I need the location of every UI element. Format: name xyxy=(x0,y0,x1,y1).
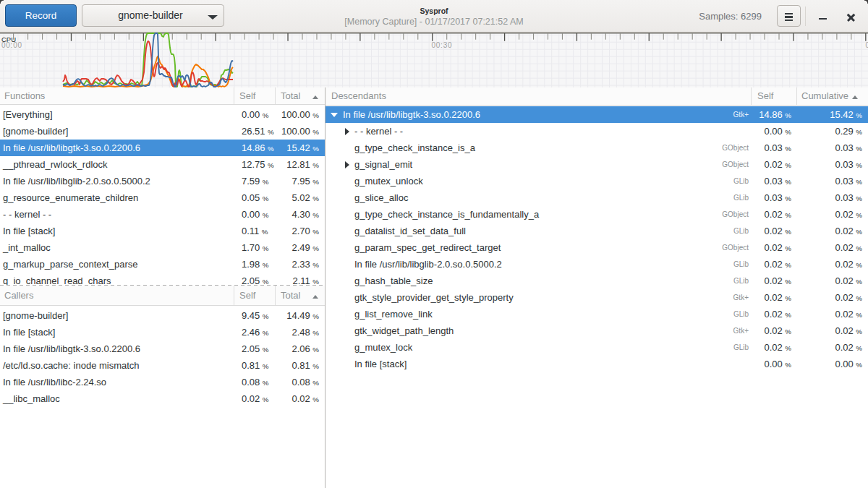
svg-text:01:00: 01:00 xyxy=(866,41,868,49)
svg-text:00:00: 00:00 xyxy=(1,41,22,49)
svg-text:00:30: 00:30 xyxy=(432,41,453,49)
